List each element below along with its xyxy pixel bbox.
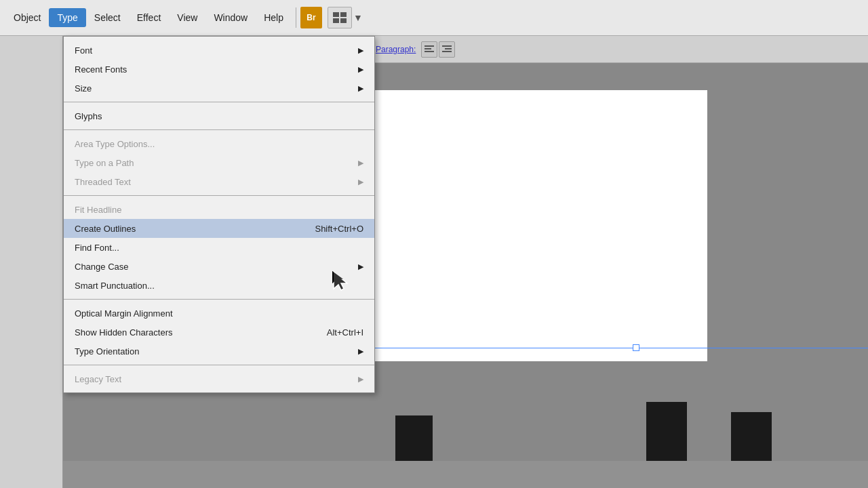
size-arrow: ▶ bbox=[358, 84, 363, 93]
change-case-arrow: ▶ bbox=[358, 262, 363, 271]
legacy-text-arrow: ▶ bbox=[358, 375, 363, 384]
menu-item-view[interactable]: View bbox=[169, 8, 205, 27]
align-right-btn[interactable] bbox=[439, 41, 455, 58]
svg-rect-7 bbox=[442, 45, 452, 47]
svg-rect-5 bbox=[425, 48, 431, 49]
svg-rect-6 bbox=[425, 51, 434, 52]
area-type-label: Area Type Options... bbox=[75, 139, 155, 149]
divider-4 bbox=[64, 299, 374, 300]
menu-item-glyphs[interactable]: Glyphs bbox=[64, 106, 374, 125]
svg-rect-9 bbox=[442, 51, 452, 52]
svg-rect-1 bbox=[340, 12, 347, 17]
menu-item-change-case[interactable]: Change Case ▶ bbox=[64, 257, 374, 276]
menu-group-3: Area Type Options... Type on a Path ▶ Th… bbox=[64, 133, 374, 192]
size-label: Size bbox=[75, 83, 92, 94]
show-hidden-label: Show Hidden Characters bbox=[75, 327, 173, 338]
menu-item-legacy-text: Legacy Text ▶ bbox=[64, 369, 374, 388]
legacy-text-label: Legacy Text bbox=[75, 374, 121, 384]
divider-1 bbox=[64, 102, 374, 102]
type-dropdown-menu: Font ▶ Recent Fonts ▶ Size ▶ Glyphs Area… bbox=[63, 36, 375, 393]
optical-margin-label: Optical Margin Alignment bbox=[75, 308, 173, 319]
create-outlines-shortcut: Shift+Ctrl+O bbox=[315, 224, 363, 234]
find-font-label: Find Font... bbox=[75, 243, 119, 253]
menu-group-5: Optical Margin Alignment Show Hidden Cha… bbox=[64, 302, 374, 362]
black-rect-2 bbox=[646, 402, 687, 461]
change-case-label: Change Case bbox=[75, 262, 129, 272]
fit-headline-label: Fit Headline bbox=[75, 205, 121, 215]
menu-item-create-outlines[interactable]: Create Outlines Shift+Ctrl+O bbox=[64, 219, 374, 238]
type-orientation-arrow: ▶ bbox=[358, 347, 363, 356]
recent-fonts-arrow: ▶ bbox=[358, 65, 363, 74]
threaded-text-label: Threaded Text bbox=[75, 177, 131, 187]
menu-item-effect[interactable]: Effect bbox=[129, 8, 170, 27]
menu-item-font[interactable]: Font ▶ bbox=[64, 41, 374, 60]
left-panel bbox=[0, 0, 63, 488]
glyphs-label: Glyphs bbox=[75, 111, 102, 121]
recent-fonts-label: Recent Fonts bbox=[75, 64, 127, 75]
menu-item-type-orientation[interactable]: Type Orientation ▶ bbox=[64, 342, 374, 361]
menu-item-area-type: Area Type Options... bbox=[64, 134, 374, 153]
workspace-icon[interactable] bbox=[328, 7, 352, 28]
menu-item-object[interactable]: Object bbox=[5, 8, 49, 27]
align-right-icon bbox=[442, 45, 452, 54]
canvas-handle[interactable] bbox=[633, 344, 639, 351]
threaded-text-arrow: ▶ bbox=[358, 178, 363, 186]
workspace-svg bbox=[333, 12, 347, 23]
divider-5 bbox=[64, 365, 374, 365]
workspace-dropdown-arrow[interactable]: ▼ bbox=[353, 12, 363, 23]
paragraph-label: Paragraph: bbox=[376, 45, 416, 54]
menu-item-type[interactable]: Type bbox=[49, 8, 85, 27]
menu-item-recent-fonts[interactable]: Recent Fonts ▶ bbox=[64, 60, 374, 79]
divider-2 bbox=[64, 129, 374, 130]
font-label: Font bbox=[75, 45, 92, 56]
menu-group-4: Fit Headline Create Outlines Shift+Ctrl+… bbox=[64, 199, 374, 296]
bridge-icon[interactable]: Br bbox=[300, 7, 322, 28]
svg-rect-0 bbox=[333, 12, 339, 17]
menu-item-show-hidden[interactable]: Show Hidden Characters Alt+Ctrl+I bbox=[64, 323, 374, 342]
svg-rect-8 bbox=[445, 48, 452, 49]
menu-item-smart-punctuation[interactable]: Smart Punctuation... bbox=[64, 276, 374, 295]
menu-item-optical-margin[interactable]: Optical Margin Alignment bbox=[64, 304, 374, 323]
menu-item-threaded-text: Threaded Text ▶ bbox=[64, 172, 374, 191]
menu-item-select[interactable]: Select bbox=[86, 8, 129, 27]
menu-bar: Object Type Select Effect View Window He… bbox=[0, 0, 868, 36]
menu-group-1: Font ▶ Recent Fonts ▶ Size ▶ bbox=[64, 39, 374, 99]
menu-item-type-on-path: Type on a Path ▶ bbox=[64, 153, 374, 172]
menubar-separator bbox=[296, 7, 296, 28]
smart-punctuation-label: Smart Punctuation... bbox=[75, 281, 155, 291]
menu-item-window[interactable]: Window bbox=[205, 8, 256, 27]
svg-rect-2 bbox=[333, 18, 339, 23]
menu-item-size[interactable]: Size ▶ bbox=[64, 79, 374, 98]
menu-group-2: Glyphs bbox=[64, 105, 374, 127]
type-on-path-arrow: ▶ bbox=[358, 159, 363, 167]
align-left-icon bbox=[425, 45, 434, 54]
divider-3 bbox=[64, 195, 374, 196]
show-hidden-shortcut: Alt+Ctrl+I bbox=[327, 327, 363, 338]
type-orientation-label: Type Orientation bbox=[75, 346, 139, 357]
align-left-btn[interactable] bbox=[421, 41, 437, 58]
black-rect-3 bbox=[731, 412, 772, 461]
menu-item-find-font[interactable]: Find Font... bbox=[64, 238, 374, 257]
black-rect-1 bbox=[395, 415, 433, 461]
paragraph-align-group bbox=[421, 41, 455, 58]
menu-item-help[interactable]: Help bbox=[256, 8, 292, 27]
font-arrow: ▶ bbox=[358, 46, 363, 55]
menu-group-6: Legacy Text ▶ bbox=[64, 368, 374, 390]
create-outlines-label: Create Outlines bbox=[75, 224, 136, 234]
menu-item-fit-headline: Fit Headline bbox=[64, 200, 374, 219]
svg-rect-3 bbox=[340, 18, 347, 23]
type-on-path-label: Type on a Path bbox=[75, 158, 134, 168]
svg-rect-4 bbox=[425, 45, 434, 47]
